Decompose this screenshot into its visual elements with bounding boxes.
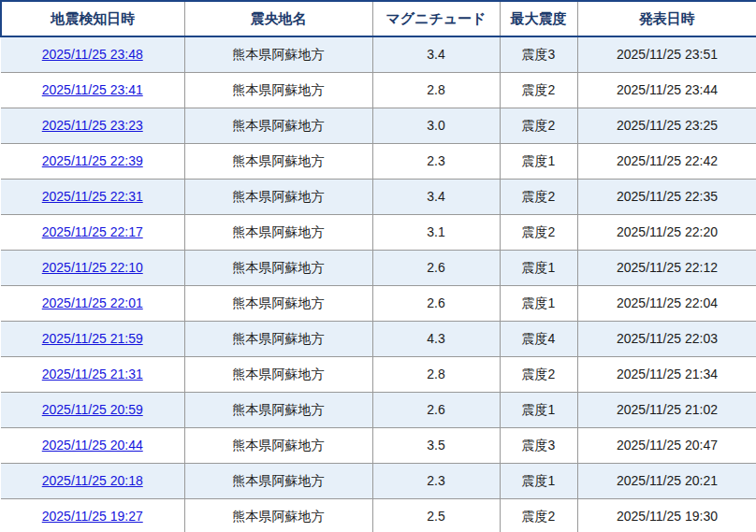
magnitude-cell: 2.6 [372, 393, 500, 428]
magnitude-cell: 2.6 [372, 286, 500, 322]
table-row: 2025/11/25 21:59 熊本県阿蘇地方 4.3 震度4 2025/11… [1, 322, 756, 357]
earthquake-history-page: 地震検知日時 震央地名 マグニチュード 最大震度 発表日時 2025/11/25… [0, 0, 756, 532]
announced-time-cell: 2025/11/25 22:42 [577, 144, 756, 180]
announced-time-cell: 2025/11/25 19:30 [577, 499, 756, 532]
detected-time-link[interactable]: 2025/11/25 22:10 [42, 260, 143, 275]
epicenter-cell: 熊本県阿蘇地方 [184, 499, 372, 532]
intensity-cell: 震度2 [500, 357, 577, 393]
announced-time-cell: 2025/11/25 22:03 [577, 322, 756, 357]
table-row: 2025/11/25 20:44 熊本県阿蘇地方 3.5 震度3 2025/11… [1, 428, 756, 464]
detected-time-cell: 2025/11/25 22:39 [1, 144, 184, 180]
detected-time-cell: 2025/11/25 23:48 [1, 36, 184, 73]
detected-time-cell: 2025/11/25 19:27 [1, 499, 184, 532]
magnitude-cell: 3.4 [372, 180, 500, 215]
announced-time-cell: 2025/11/25 23:51 [577, 36, 756, 73]
announced-time-cell: 2025/11/25 21:02 [577, 393, 756, 428]
announced-time-cell: 2025/11/25 22:04 [577, 286, 756, 322]
epicenter-cell: 熊本県阿蘇地方 [184, 251, 372, 286]
table-row: 2025/11/25 22:17 熊本県阿蘇地方 3.1 震度2 2025/11… [1, 215, 756, 251]
detected-time-link[interactable]: 2025/11/25 20:18 [42, 473, 143, 488]
table-row: 2025/11/25 20:59 熊本県阿蘇地方 2.6 震度1 2025/11… [1, 393, 756, 428]
detected-time-link[interactable]: 2025/11/25 23:41 [42, 82, 143, 97]
detected-time-cell: 2025/11/25 21:31 [1, 357, 184, 393]
table-row: 2025/11/25 22:10 熊本県阿蘇地方 2.6 震度1 2025/11… [1, 251, 756, 286]
announced-time-cell: 2025/11/25 21:34 [577, 357, 756, 393]
table-row: 2025/11/25 23:41 熊本県阿蘇地方 2.8 震度2 2025/11… [1, 73, 756, 108]
header-magnitude: マグニチュード [372, 1, 500, 36]
intensity-cell: 震度3 [500, 36, 577, 73]
detected-time-link[interactable]: 2025/11/25 22:17 [42, 224, 143, 239]
epicenter-cell: 熊本県阿蘇地方 [184, 36, 372, 73]
detected-time-cell: 2025/11/25 23:41 [1, 73, 184, 108]
intensity-cell: 震度1 [500, 393, 577, 428]
intensity-cell: 震度2 [500, 499, 577, 532]
detected-time-cell: 2025/11/25 22:10 [1, 251, 184, 286]
epicenter-cell: 熊本県阿蘇地方 [184, 180, 372, 215]
detected-time-link[interactable]: 2025/11/25 19:27 [42, 509, 143, 524]
intensity-cell: 震度2 [500, 180, 577, 215]
header-announced-time: 発表日時 [577, 1, 756, 36]
detected-time-cell: 2025/11/25 20:18 [1, 464, 184, 499]
detected-time-link[interactable]: 2025/11/25 22:01 [42, 295, 143, 310]
detected-time-link[interactable]: 2025/11/25 20:44 [42, 438, 143, 453]
announced-time-cell: 2025/11/25 20:21 [577, 464, 756, 499]
epicenter-cell: 熊本県阿蘇地方 [184, 215, 372, 251]
detected-time-cell: 2025/11/25 21:59 [1, 322, 184, 357]
intensity-cell: 震度1 [500, 251, 577, 286]
detected-time-link[interactable]: 2025/11/25 21:31 [42, 367, 143, 381]
detected-time-link[interactable]: 2025/11/25 22:31 [42, 189, 143, 204]
epicenter-cell: 熊本県阿蘇地方 [184, 144, 372, 180]
intensity-cell: 震度1 [500, 464, 577, 499]
announced-time-cell: 2025/11/25 23:25 [577, 108, 756, 144]
intensity-cell: 震度1 [500, 144, 577, 180]
epicenter-cell: 熊本県阿蘇地方 [184, 73, 372, 108]
epicenter-cell: 熊本県阿蘇地方 [184, 428, 372, 464]
earthquake-table-body: 2025/11/25 23:48 熊本県阿蘇地方 3.4 震度3 2025/11… [1, 36, 756, 532]
table-row: 2025/11/25 22:31 熊本県阿蘇地方 3.4 震度2 2025/11… [1, 180, 756, 215]
magnitude-cell: 4.3 [372, 322, 500, 357]
detected-time-cell: 2025/11/25 22:31 [1, 180, 184, 215]
detected-time-link[interactable]: 2025/11/25 20:59 [42, 402, 143, 417]
header-max-intensity: 最大震度 [500, 1, 577, 36]
detected-time-cell: 2025/11/25 23:23 [1, 108, 184, 144]
header-row: 地震検知日時 震央地名 マグニチュード 最大震度 発表日時 [1, 1, 756, 36]
intensity-cell: 震度2 [500, 108, 577, 144]
detected-time-cell: 2025/11/25 20:44 [1, 428, 184, 464]
magnitude-cell: 2.8 [372, 357, 500, 393]
magnitude-cell: 3.1 [372, 215, 500, 251]
epicenter-cell: 熊本県阿蘇地方 [184, 108, 372, 144]
earthquake-table: 地震検知日時 震央地名 マグニチュード 最大震度 発表日時 2025/11/25… [0, 0, 756, 532]
epicenter-cell: 熊本県阿蘇地方 [184, 357, 372, 393]
magnitude-cell: 2.8 [372, 73, 500, 108]
table-row: 2025/11/25 21:31 熊本県阿蘇地方 2.8 震度2 2025/11… [1, 357, 756, 393]
epicenter-cell: 熊本県阿蘇地方 [184, 464, 372, 499]
earthquake-table-header: 地震検知日時 震央地名 マグニチュード 最大震度 発表日時 [1, 1, 756, 36]
detected-time-link[interactable]: 2025/11/25 23:48 [42, 47, 143, 62]
announced-time-cell: 2025/11/25 23:44 [577, 73, 756, 108]
magnitude-cell: 3.0 [372, 108, 500, 144]
magnitude-cell: 2.5 [372, 499, 500, 532]
detected-time-link[interactable]: 2025/11/25 21:59 [42, 331, 143, 346]
magnitude-cell: 3.5 [372, 428, 500, 464]
intensity-cell: 震度2 [500, 73, 577, 108]
intensity-cell: 震度1 [500, 286, 577, 322]
magnitude-cell: 2.3 [372, 464, 500, 499]
magnitude-cell: 3.4 [372, 36, 500, 73]
table-row: 2025/11/25 19:27 熊本県阿蘇地方 2.5 震度2 2025/11… [1, 499, 756, 532]
table-row: 2025/11/25 23:48 熊本県阿蘇地方 3.4 震度3 2025/11… [1, 36, 756, 73]
announced-time-cell: 2025/11/25 22:35 [577, 180, 756, 215]
detected-time-link[interactable]: 2025/11/25 23:23 [42, 118, 143, 133]
header-epicenter: 震央地名 [184, 1, 372, 36]
table-row: 2025/11/25 22:39 熊本県阿蘇地方 2.3 震度1 2025/11… [1, 144, 756, 180]
epicenter-cell: 熊本県阿蘇地方 [184, 322, 372, 357]
announced-time-cell: 2025/11/25 22:20 [577, 215, 756, 251]
detected-time-cell: 2025/11/25 22:17 [1, 215, 184, 251]
detected-time-cell: 2025/11/25 20:59 [1, 393, 184, 428]
intensity-cell: 震度2 [500, 215, 577, 251]
table-row: 2025/11/25 22:01 熊本県阿蘇地方 2.6 震度1 2025/11… [1, 286, 756, 322]
detected-time-link[interactable]: 2025/11/25 22:39 [42, 153, 143, 168]
epicenter-cell: 熊本県阿蘇地方 [184, 393, 372, 428]
epicenter-cell: 熊本県阿蘇地方 [184, 286, 372, 322]
intensity-cell: 震度4 [500, 322, 577, 357]
table-row: 2025/11/25 20:18 熊本県阿蘇地方 2.3 震度1 2025/11… [1, 464, 756, 499]
